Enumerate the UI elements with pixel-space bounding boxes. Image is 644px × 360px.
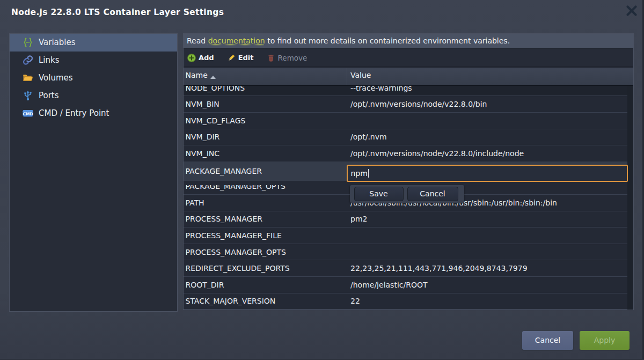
- variables-panel: Read documentation to find out more deta…: [183, 33, 634, 310]
- editor-save-button[interactable]: Save: [354, 187, 404, 201]
- dialog-title: Node.js 22.8.0 LTS Container Layer Setti…: [11, 8, 224, 17]
- value-edit-input[interactable]: npm: [347, 165, 628, 182]
- row-value-cell: pm2: [350, 215, 367, 223]
- table-row[interactable]: PROCESS_MANAGER_OPTS: [184, 244, 627, 261]
- vertical-scrollbar[interactable]: [627, 86, 633, 310]
- sidebar-item-ports[interactable]: Ports: [10, 86, 177, 104]
- sidebar-item-links[interactable]: Links: [10, 52, 177, 69]
- editor-buttons-popup: Save Cancel: [350, 185, 464, 203]
- remove-trash-icon: [267, 54, 275, 62]
- row-value-cell: --trace-warnings: [350, 86, 412, 92]
- row-name-cell: REDIRECT_EXCLUDE_PORTS: [186, 264, 290, 273]
- info-bar: Read documentation to find out more deta…: [184, 34, 633, 49]
- row-value-cell: /opt/.nvm: [350, 133, 387, 141]
- row-name-cell: STACK_MAJOR_VERSION: [186, 297, 276, 305]
- dialog-apply-button[interactable]: Apply: [580, 331, 630, 350]
- remove-button-label: Remove: [278, 54, 308, 62]
- add-button[interactable]: Add: [187, 54, 214, 62]
- table-row[interactable]: PROCESS_MANAGERpm2: [184, 211, 627, 228]
- column-divider[interactable]: [347, 68, 347, 85]
- table-row[interactable]: NVM_INC/opt/.nvm/versions/node/v22.8.0/i…: [184, 145, 627, 162]
- add-button-label: Add: [199, 54, 214, 62]
- table-row[interactable]: NVM_CD_FLAGS: [184, 113, 627, 129]
- text-caret: [368, 169, 369, 178]
- table-row[interactable]: ROOT_DIR/home/jelastic/ROOT: [184, 277, 627, 293]
- row-value-cell: /opt/.nvm/versions/node/v22.8.0/include/…: [350, 149, 524, 158]
- grid-toolbar: Add Edit: [184, 49, 633, 68]
- sidebar-item-label: CMD / Entry Point: [39, 108, 109, 118]
- table-row[interactable]: PROCESS_MANAGER_FILE: [184, 227, 627, 244]
- link-icon: [22, 54, 34, 66]
- row-name-cell: ROOT_DIR: [186, 281, 224, 289]
- close-icon[interactable]: [626, 5, 638, 17]
- row-name-cell: PROCESS_MANAGER_FILE: [186, 231, 282, 240]
- remove-button[interactable]: Remove: [267, 54, 308, 62]
- row-name-cell: NVM_CD_FLAGS: [186, 116, 246, 125]
- row-name-cell: PATH: [186, 199, 204, 207]
- info-text-suffix: to find out more details on containerize…: [265, 36, 510, 45]
- row-name-cell: PROCESS_MANAGER: [186, 215, 262, 223]
- sort-asc-icon: [210, 76, 216, 79]
- sidebar-item-label: Volumes: [39, 73, 73, 83]
- cmd-icon: CMD: [22, 107, 34, 119]
- grid-header: Name Value: [184, 68, 633, 86]
- edit-pencil-icon: [227, 54, 236, 62]
- sidebar-item-label: Links: [39, 55, 60, 65]
- sidebar-item-variables[interactable]: Variables: [10, 34, 177, 52]
- sidebar-item-label: Ports: [39, 91, 59, 100]
- row-value-cell: /opt/.nvm/versions/node/v22.8.0/bin: [350, 100, 487, 108]
- table-row[interactable]: NVM_BIN/opt/.nvm/versions/node/v22.8.0/b…: [184, 96, 627, 113]
- column-header-value[interactable]: Value: [350, 71, 371, 79]
- editor-row-name: PACKAGE_MANAGER: [186, 167, 262, 175]
- value-edit-text: npm: [351, 169, 368, 178]
- column-header-name[interactable]: Name: [186, 71, 208, 79]
- sidebar-item-label: Variables: [39, 38, 76, 47]
- documentation-link[interactable]: documentation: [208, 36, 265, 45]
- info-text-prefix: Read: [187, 36, 208, 45]
- table-row[interactable]: REDIRECT_EXCLUDE_PORTS22,23,25,21,111,44…: [184, 260, 627, 277]
- row-value-cell: 22: [350, 297, 360, 305]
- row-name-cell: NVM_INC: [186, 149, 220, 158]
- table-row[interactable]: NODE_OPTIONS--trace-warnings: [184, 86, 627, 96]
- usb-icon: [22, 90, 34, 101]
- svg-text:CMD: CMD: [23, 112, 33, 116]
- row-value-cell: 22,23,25,21,111,443,771,946,2049,8743,79…: [350, 264, 528, 273]
- editor-cancel-button[interactable]: Cancel: [407, 187, 458, 201]
- row-name-cell: PROCESS_MANAGER_OPTS: [186, 248, 286, 256]
- sidebar: VariablesLinksVolumesPortsCMDCMD / Entry…: [9, 33, 178, 312]
- row-name-cell: NODE_OPTIONS: [186, 86, 245, 92]
- grid-body: NODE_OPTIONS--trace-warningsNVM_BIN/opt/…: [184, 86, 633, 310]
- sidebar-item-volumes[interactable]: Volumes: [10, 69, 177, 87]
- dialog-cancel-button[interactable]: Cancel: [522, 331, 573, 350]
- edit-button-label: Edit: [238, 54, 254, 62]
- table-row[interactable]: NVM_DIR/opt/.nvm: [184, 129, 627, 146]
- braces-icon: [22, 36, 34, 48]
- row-name-cell: NVM_BIN: [186, 100, 219, 108]
- add-icon: [187, 54, 196, 62]
- row-name-cell: NVM_DIR: [186, 133, 220, 141]
- row-value-cell: /home/jelastic/ROOT: [350, 281, 428, 289]
- folder-icon: [22, 72, 34, 84]
- table-row[interactable]: STACK_MAJOR_VERSION22: [184, 293, 627, 310]
- edit-button[interactable]: Edit: [227, 54, 254, 62]
- sidebar-item-cmd-entry-point[interactable]: CMDCMD / Entry Point: [10, 104, 177, 122]
